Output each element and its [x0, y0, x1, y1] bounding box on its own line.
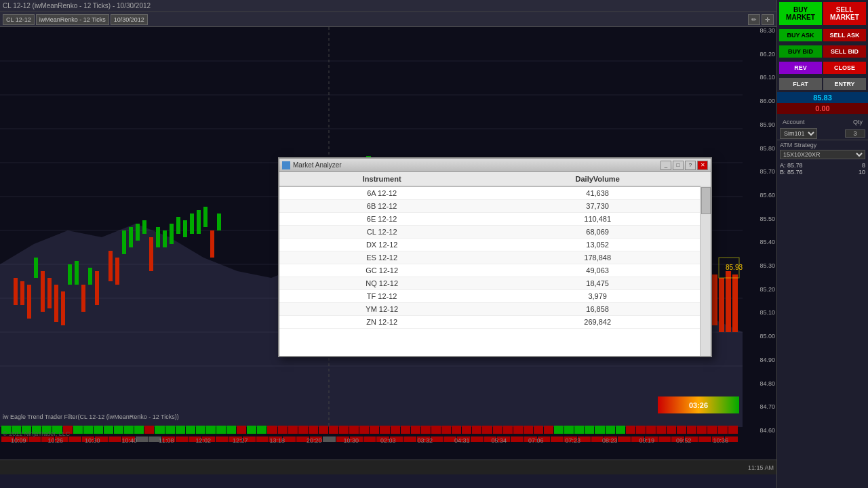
buy-sell-bid-row: BUY BID SELL BID [777, 43, 868, 60]
time-label-20: 10:36 [703, 437, 740, 444]
green-indicator-bars [0, 426, 739, 434]
svg-rect-13 [20, 281, 24, 305]
market-analyzer-scroll-thumb[interactable] [701, 187, 711, 214]
buy-market-button[interactable]: BUYMARKET [779, 2, 822, 25]
svg-rect-19 [81, 285, 85, 312]
market-analyzer-title-left: Market Analyzer [282, 161, 342, 169]
table-row[interactable]: NQ 12-1218,475 [279, 277, 711, 290]
atm-strategy-select[interactable]: 15X10X20XR [780, 150, 865, 159]
svg-rect-87 [726, 271, 731, 332]
svg-rect-24 [88, 268, 92, 285]
account-qty-values: Sim101 [777, 127, 868, 140]
price-84-70: 84.70 [744, 403, 775, 410]
ask-label: A: 85.78 [780, 162, 803, 169]
buy-ask-button[interactable]: BUY ASK [779, 29, 822, 41]
table-row[interactable]: YM 12-1216,858 [279, 303, 711, 316]
time-label-9: 20:20 [296, 437, 333, 444]
svg-rect-12 [14, 278, 18, 305]
svg-rect-37 [183, 220, 187, 237]
table-cell-instrument: DX 12-12 [279, 239, 484, 251]
table-cell-daily-volume: 13,052 [484, 239, 711, 251]
table-cell-daily-volume: 16,858 [484, 303, 711, 316]
price-85-60: 85.60 [744, 192, 775, 199]
table-header-daily-volume: DailyVolume [484, 172, 711, 186]
buy-bid-button[interactable]: BUY BID [779, 45, 822, 58]
svg-text:85.93: 85.93 [726, 264, 743, 271]
toolbar-btn-cursor[interactable]: ✛ [762, 14, 774, 25]
toolbar-btn-2[interactable]: iwMeanRenko - 12 Ticks [36, 14, 109, 25]
table-cell-instrument: 6E 12-12 [279, 213, 484, 226]
market-analyzer-titlebar[interactable]: Market Analyzer _ □ ? ✕ [279, 159, 711, 172]
qty-input[interactable] [845, 129, 865, 138]
toolbar-btn-3[interactable]: 10/30/2012 [111, 14, 148, 25]
table-row[interactable]: TF 12-123,979 [279, 290, 711, 303]
sell-ask-button[interactable]: SELL ASK [823, 29, 866, 41]
timer-value: 03:26 [689, 401, 708, 409]
svg-rect-31 [136, 224, 140, 241]
table-row[interactable]: ZN 12-12269,842 [279, 316, 711, 329]
flat-button[interactable]: FLAT [779, 78, 822, 90]
price-86-20: 86.20 [744, 51, 775, 58]
table-cell-instrument: 6A 12-12 [279, 186, 484, 200]
market-analyzer-help-button[interactable]: ? [685, 161, 696, 170]
sell-market-button[interactable]: SELLMARKET [823, 2, 866, 25]
sell-bid-button[interactable]: SELL BID [823, 45, 866, 58]
svg-rect-15 [41, 271, 45, 312]
table-cell-instrument: NQ 12-12 [279, 277, 484, 290]
table-cell-instrument: ES 12-12 [279, 251, 484, 264]
table-cell-daily-volume: 49,063 [484, 264, 711, 277]
bid-qty: 10 [859, 169, 865, 176]
time-label-10: 10:30 [333, 437, 370, 444]
table-row[interactable]: 6E 12-12110,481 [279, 213, 711, 226]
table-cell-instrument: 6B 12-12 [279, 200, 484, 213]
market-analyzer-title: Market Analyzer [293, 161, 342, 169]
market-analyzer-scrollbar[interactable] [700, 186, 711, 356]
market-analyzer-table: Instrument DailyVolume 6A 12-1241,6386B … [279, 172, 711, 329]
svg-rect-16 [47, 278, 52, 308]
entry-button[interactable]: ENTRY [823, 78, 866, 90]
timer-display: 03:26 [658, 396, 739, 413]
table-cell-instrument: ZN 12-12 [279, 316, 484, 329]
table-cell-daily-volume: 3,979 [484, 290, 711, 303]
table-row[interactable]: DX 12-1213,052 [279, 239, 711, 251]
table-cell-daily-volume: 68,069 [484, 226, 711, 239]
time-label-1: 10:09 [0, 437, 37, 444]
market-analyzer-close-button[interactable]: ✕ [697, 161, 708, 170]
account-select[interactable]: Sim101 [780, 128, 817, 139]
market-analyzer-restore-button[interactable]: □ [673, 161, 684, 170]
indicator-label: iw Eagle Trend Trader Filter(CL 12-12 (i… [3, 413, 179, 420]
rev-close-row: REV CLOSE [777, 60, 868, 76]
market-analyzer-icon [282, 161, 290, 169]
toolbar-btn-1[interactable]: CL 12-12 [3, 14, 35, 25]
close-button[interactable]: CLOSE [823, 62, 866, 74]
svg-rect-17 [54, 285, 58, 322]
time-label-19: 09:52 [665, 437, 703, 444]
table-row[interactable]: ES 12-12178,848 [279, 251, 711, 264]
time-label-11: 02:03 [370, 437, 407, 444]
table-cell-daily-volume: 18,475 [484, 277, 711, 290]
toolbar: CL 12-12 iwMeanRenko - 12 Ticks 10/30/20… [0, 12, 776, 27]
svg-rect-39 [197, 210, 201, 234]
svg-rect-21 [34, 258, 38, 278]
flat-entry-row: FLAT ENTRY [777, 76, 868, 92]
time-axis: 10:09 10:26 10:30 10:40 11:08 12:02 12:2… [0, 434, 739, 447]
market-analyzer-minimize-button[interactable]: _ [660, 161, 671, 170]
account-label: Account [780, 117, 808, 127]
market-analyzer-content: Instrument DailyVolume 6A 12-1241,6386B … [279, 172, 711, 356]
table-cell-instrument: YM 12-12 [279, 303, 484, 316]
atm-strategy-label: ATM Strategy [780, 142, 865, 148]
table-row[interactable]: CL 12-1268,069 [279, 226, 711, 239]
price-85-00: 85.00 [744, 333, 775, 340]
table-row[interactable]: GC 12-1249,063 [279, 264, 711, 277]
table-row[interactable]: 6B 12-1237,730 [279, 200, 711, 213]
table-cell-instrument: TF 12-12 [279, 290, 484, 303]
time-label-17: 08:23 [591, 437, 629, 444]
time-label-3: 10:30 [74, 437, 111, 444]
svg-rect-25 [108, 251, 113, 281]
rev-button[interactable]: REV [779, 62, 822, 74]
bid-row: B: 85.76 10 [780, 169, 865, 176]
time-label-4: 10:40 [111, 437, 149, 444]
table-row[interactable]: 6A 12-1241,638 [279, 186, 711, 200]
toolbar-btn-draw[interactable]: ✏ [748, 14, 760, 25]
svg-rect-40 [203, 207, 208, 227]
